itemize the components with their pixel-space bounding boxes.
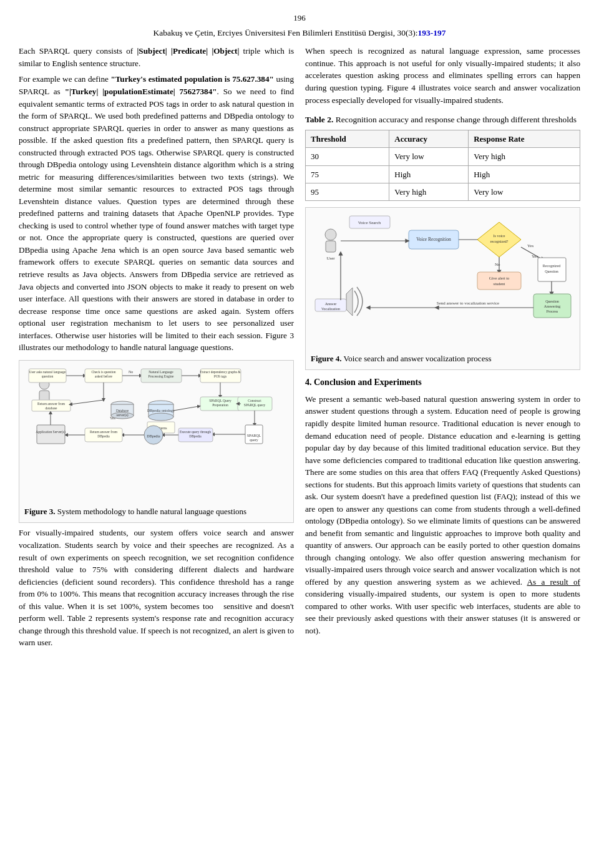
page-number: 196 — [19, 12, 580, 24]
svg-text:Database: Database — [115, 409, 129, 412]
svg-text:Return answer from: Return answer from — [37, 402, 66, 406]
table-2-section: Table 2. Recognition accuracy and respon… — [305, 114, 580, 201]
svg-text:Construct: Construct — [248, 399, 261, 402]
cell-response-95: Very low — [469, 183, 580, 200]
svg-text:User asks natural language: User asks natural language — [29, 370, 66, 374]
svg-text:POS tags: POS tags — [213, 374, 226, 378]
svg-text:server(s): server(s) — [116, 413, 128, 417]
svg-text:Preperation: Preperation — [212, 403, 228, 407]
svg-text:DBpedia ontology: DBpedia ontology — [147, 409, 174, 412]
journal-header: Kabakuş ve Çetin, Erciyes Üniversitesi F… — [19, 27, 580, 39]
cell-threshold-95: 95 — [306, 183, 389, 200]
svg-text:DBpedia: DBpedia — [147, 434, 160, 438]
col-threshold: Threshold — [306, 130, 389, 148]
table-row: 30 Very low Very high — [306, 148, 580, 165]
svg-text:Application Server(s): Application Server(s) — [36, 430, 66, 434]
svg-text:database: database — [45, 406, 57, 410]
page: 196 Kabakuş ve Çetin, Erciyes Üniversite… — [0, 0, 599, 671]
figure-3-diagram: User User asks natural language question… — [24, 366, 288, 504]
table-2: Threshold Accuracy Response Rate 30 Very… — [305, 130, 580, 201]
right-para-1: When speech is recognized as natural lan… — [305, 45, 580, 106]
svg-text:Execute query through: Execute query through — [179, 430, 210, 434]
svg-text:DBpedia: DBpedia — [189, 434, 202, 438]
table-2-title: Table 2. Recognition accuracy and respon… — [305, 114, 580, 126]
svg-text:Question: Question — [545, 300, 559, 303]
svg-text:recognized?: recognized? — [490, 240, 508, 243]
figure-4-svg: User Voice Search Voice Recognition — [312, 213, 574, 344]
figure-4-box: User Voice Search Voice Recognition — [305, 207, 580, 370]
two-column-layout: Each SPARQL query consists of |Subject| … — [19, 45, 580, 652]
right-column: When speech is recognized as natural lan… — [305, 45, 580, 652]
svg-rect-80 — [477, 272, 521, 290]
journal-header-text: Kabakuş ve Çetin, Erciyes Üniversitesi F… — [153, 28, 418, 37]
svg-text:Extract dependency graphs &: Extract dependency graphs & — [200, 370, 241, 374]
svg-text:Voice Recognition: Voice Recognition — [416, 237, 451, 242]
svg-text:Yes: Yes — [527, 243, 533, 248]
svg-text:No: No — [129, 370, 133, 374]
svg-text:SPARQL Query: SPARQL Query — [209, 399, 231, 402]
svg-rect-50 — [37, 425, 65, 444]
left-para-3: For visually-impaired students, our syst… — [19, 527, 294, 648]
figure-3-svg: User User asks natural language question… — [26, 366, 288, 500]
cell-accuracy-95: Very high — [389, 183, 469, 200]
left-para-1: Each SPARQL query consists of |Subject| … — [19, 45, 294, 69]
col-response-rate: Response Rate — [469, 130, 580, 148]
cell-response-75: High — [469, 165, 580, 183]
underlined-text: As a result of — [527, 577, 581, 587]
svg-line-27 — [173, 406, 199, 411]
svg-text:Is voice: Is voice — [493, 234, 505, 238]
svg-text:Return answer from: Return answer from — [90, 430, 118, 434]
journal-header-link[interactable]: 193-197 — [417, 28, 446, 37]
svg-line-58 — [71, 400, 104, 404]
svg-marker-94 — [346, 288, 353, 316]
svg-text:Answering: Answering — [543, 305, 560, 308]
col-accuracy: Accuracy — [389, 130, 469, 148]
svg-rect-65 — [326, 241, 336, 252]
svg-text:Answer: Answer — [324, 302, 336, 306]
cell-threshold-30: 30 — [306, 148, 389, 165]
cell-accuracy-75: High — [389, 165, 469, 183]
svg-text:DBpedia: DBpedia — [97, 434, 110, 438]
svg-point-25 — [149, 413, 173, 421]
svg-text:No: No — [495, 262, 500, 267]
svg-text:student: student — [493, 281, 505, 286]
conclusion-para: We present a semantic web-based natural … — [305, 393, 580, 637]
svg-text:Natural Language: Natural Language — [149, 370, 173, 374]
svg-text:Send answer to vocalization se: Send answer to vocalization service — [436, 301, 499, 306]
svg-text:Recognized: Recognized — [542, 264, 560, 268]
table-row: 75 High High — [306, 165, 580, 183]
svg-text:query: query — [250, 438, 258, 442]
figure-4-label: Figure 4. — [311, 354, 342, 363]
svg-point-64 — [325, 229, 336, 240]
cell-response-30: Very high — [469, 148, 580, 165]
svg-text:Check is question: Check is question — [91, 370, 115, 374]
left-column: Each SPARQL query consists of |Subject| … — [19, 45, 294, 652]
figure-4-caption: Figure 4. Voice search and answer vocali… — [311, 353, 575, 364]
figure-3-caption: Figure 3. System methodology to handle n… — [24, 505, 288, 517]
svg-text:Voice Search: Voice Search — [358, 220, 381, 225]
figure-4-diagram: User Voice Search Voice Recognition — [311, 213, 575, 350]
svg-text:Process: Process — [546, 310, 558, 313]
svg-text:Processing Engine: Processing Engine — [148, 374, 173, 378]
cell-accuracy-30: Very low — [389, 148, 469, 165]
cell-threshold-75: 75 — [306, 165, 389, 183]
svg-text:Yes: Yes — [532, 254, 538, 259]
svg-text:asked before: asked before — [95, 374, 113, 378]
svg-text:SPARQL: SPARQL — [246, 434, 261, 437]
table-row: 95 Very high Very low — [306, 183, 580, 200]
table-2-label: Table 2. — [305, 115, 333, 124]
left-para-2: For example we can define "Turkey's esti… — [19, 73, 294, 353]
svg-text:question: question — [41, 374, 53, 378]
svg-text:User: User — [326, 256, 335, 261]
svg-text:Vocalization: Vocalization — [321, 307, 340, 311]
table-header-row: Threshold Accuracy Response Rate — [306, 130, 580, 148]
svg-text:Question: Question — [545, 270, 558, 273]
section-4-title: 4. Conclusion and Experiments — [305, 376, 580, 389]
figure-3-label: Figure 3. — [24, 507, 56, 516]
svg-text:Give alert to: Give alert to — [489, 276, 509, 280]
svg-text:SPARQL query: SPARQL query — [243, 403, 265, 407]
figure-3-box: User User asks natural language question… — [19, 360, 294, 524]
